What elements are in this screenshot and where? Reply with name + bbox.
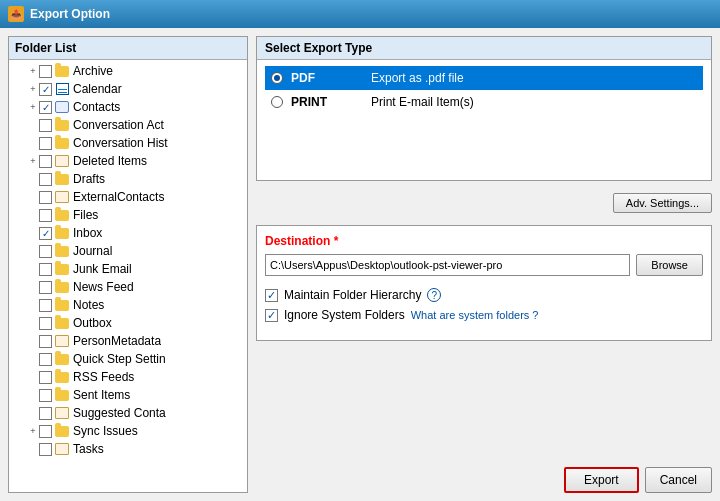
folder-label: Suggested Conta: [73, 406, 166, 420]
folder-checkbox[interactable]: [39, 137, 52, 150]
folder-label: Notes: [73, 298, 104, 312]
folder-item-conversation-act[interactable]: Conversation Act: [9, 116, 247, 134]
folder-item-sent-items[interactable]: Sent Items: [9, 386, 247, 404]
folder-item-rss-feeds[interactable]: RSS Feeds: [9, 368, 247, 386]
export-option-print[interactable]: PRINTPrint E-mail Item(s): [265, 90, 703, 114]
export-option-pdf[interactable]: PDFExport as .pdf file: [265, 66, 703, 90]
option-label: PDF: [291, 71, 371, 85]
folder-icon: [54, 244, 70, 258]
folder-label: Outbox: [73, 316, 112, 330]
maintain-hierarchy-label: Maintain Folder Hierarchy: [284, 288, 421, 302]
folder-checkbox[interactable]: [39, 209, 52, 222]
destination-input[interactable]: [265, 254, 630, 276]
folder-item-inbox[interactable]: Inbox: [9, 224, 247, 242]
folder-item-junk-email[interactable]: Junk Email: [9, 260, 247, 278]
folder-tree[interactable]: +Archive+Calendar+ContactsConversation A…: [9, 60, 247, 492]
folder-item-outbox[interactable]: Outbox: [9, 314, 247, 332]
folder-label: RSS Feeds: [73, 370, 134, 384]
folder-item-conversation-hist[interactable]: Conversation Hist: [9, 134, 247, 152]
option-desc: Export as .pdf file: [371, 71, 464, 85]
expand-icon[interactable]: +: [27, 83, 39, 95]
dialog-title: Export Option: [30, 7, 110, 21]
folder-icon: [54, 370, 70, 384]
folder-checkbox[interactable]: [39, 119, 52, 132]
expand-icon[interactable]: +: [27, 425, 39, 437]
ignore-system-folders-checkbox[interactable]: [265, 309, 278, 322]
folder-checkbox[interactable]: [39, 299, 52, 312]
expand-icon: [27, 371, 39, 383]
folder-icon: [54, 136, 70, 150]
special-icon: [54, 154, 70, 168]
radio-btn: [271, 96, 283, 108]
folder-icon: [54, 262, 70, 276]
folder-item-tasks[interactable]: Tasks: [9, 440, 247, 458]
folder-item-suggested-conta[interactable]: Suggested Conta: [9, 404, 247, 422]
folder-checkbox[interactable]: [39, 335, 52, 348]
folder-checkbox[interactable]: [39, 227, 52, 240]
folder-item-notes[interactable]: Notes: [9, 296, 247, 314]
adv-settings-button[interactable]: Adv. Settings...: [613, 193, 712, 213]
maintain-hierarchy-checkbox[interactable]: [265, 289, 278, 302]
folder-checkbox[interactable]: [39, 155, 52, 168]
folder-item-sync-issues[interactable]: +Sync Issues: [9, 422, 247, 440]
folder-item-person-metadata[interactable]: PersonMetadata: [9, 332, 247, 350]
folder-item-deleted-items[interactable]: +Deleted Items: [9, 152, 247, 170]
required-mark: *: [330, 234, 338, 248]
folder-checkbox[interactable]: [39, 407, 52, 420]
folder-item-calendar[interactable]: +Calendar: [9, 80, 247, 98]
export-button[interactable]: Export: [564, 467, 639, 493]
folder-checkbox[interactable]: [39, 281, 52, 294]
special-icon: [54, 190, 70, 204]
expand-icon: [27, 191, 39, 203]
folder-checkbox[interactable]: [39, 263, 52, 276]
folder-item-drafts[interactable]: Drafts: [9, 170, 247, 188]
folder-checkbox[interactable]: [39, 65, 52, 78]
folder-label: ExternalContacts: [73, 190, 164, 204]
folder-item-external-contacts[interactable]: ExternalContacts: [9, 188, 247, 206]
folder-item-quick-step[interactable]: Quick Step Settin: [9, 350, 247, 368]
folder-checkbox[interactable]: [39, 173, 52, 186]
folder-panel-header: Folder List: [9, 37, 247, 60]
folder-checkbox[interactable]: [39, 371, 52, 384]
expand-icon[interactable]: +: [27, 101, 39, 113]
folder-icon: [54, 118, 70, 132]
folder-label: Conversation Act: [73, 118, 164, 132]
folder-icon: [54, 388, 70, 402]
folder-label: Drafts: [73, 172, 105, 186]
folder-checkbox[interactable]: [39, 443, 52, 456]
calendar-icon: [54, 82, 70, 96]
folder-checkbox[interactable]: [39, 389, 52, 402]
folder-checkbox[interactable]: [39, 425, 52, 438]
folder-item-news-feed[interactable]: News Feed: [9, 278, 247, 296]
cancel-button[interactable]: Cancel: [645, 467, 712, 493]
folder-item-files[interactable]: Files: [9, 206, 247, 224]
folder-label: Sent Items: [73, 388, 130, 402]
contacts-icon: [54, 100, 70, 114]
folder-item-journal[interactable]: Journal: [9, 242, 247, 260]
folder-label: Files: [73, 208, 98, 222]
folder-checkbox[interactable]: [39, 245, 52, 258]
special-icon: [54, 334, 70, 348]
folder-checkbox[interactable]: [39, 191, 52, 204]
system-folders-help-link[interactable]: What are system folders ?: [411, 309, 539, 321]
folder-item-archive[interactable]: +Archive: [9, 62, 247, 80]
app-icon: 📤: [8, 6, 24, 22]
folder-label: Journal: [73, 244, 112, 258]
folder-item-contacts[interactable]: +Contacts: [9, 98, 247, 116]
expand-icon[interactable]: +: [27, 155, 39, 167]
folder-checkbox[interactable]: [39, 317, 52, 330]
folder-icon: [54, 424, 70, 438]
export-type-header: Select Export Type: [257, 37, 711, 60]
folder-label: Quick Step Settin: [73, 352, 166, 366]
folder-icon: [54, 64, 70, 78]
folder-checkbox[interactable]: [39, 101, 52, 114]
expand-icon[interactable]: +: [27, 65, 39, 77]
folder-checkbox[interactable]: [39, 83, 52, 96]
browse-button[interactable]: Browse: [636, 254, 703, 276]
folder-icon: [54, 172, 70, 186]
expand-icon: [27, 299, 39, 311]
folder-checkbox[interactable]: [39, 353, 52, 366]
expand-icon: [27, 263, 39, 275]
folder-label: PersonMetadata: [73, 334, 161, 348]
maintain-hierarchy-help[interactable]: ?: [427, 288, 441, 302]
